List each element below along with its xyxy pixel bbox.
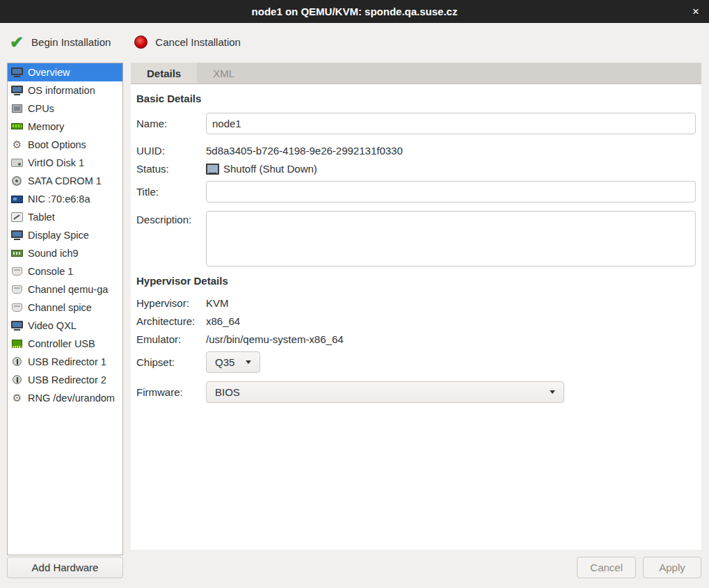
cancel-installation-button[interactable]: Cancel Installation (134, 35, 241, 49)
sidebar-item-nic-70-e6-8a[interactable]: NIC :70:e6:8a (8, 190, 122, 208)
sidebar-item-display-spice[interactable]: Display Spice (8, 226, 122, 244)
shutoff-monitor-icon (206, 163, 219, 175)
hypervisor-row: Hypervisor: KVM (136, 295, 696, 311)
controller-icon (11, 338, 23, 349)
sidebar-item-overview[interactable]: Overview (8, 63, 122, 81)
cancel-button[interactable]: Cancel (577, 557, 636, 578)
usb-icon (11, 356, 23, 367)
sidebar-item-virtio-disk-1[interactable]: VirtIO Disk 1 (8, 154, 122, 172)
uuid-row: UUID: 5d8a3405-b726-4198-9e26-2992131f03… (136, 143, 696, 159)
console-icon (11, 266, 23, 277)
sidebar-item-label: NIC :70:e6:8a (28, 193, 90, 205)
sidebar-item-usb-redirector-2[interactable]: USB Redirector 2 (8, 371, 122, 389)
name-input[interactable] (206, 113, 696, 134)
sidebar-list: Overview OS information CPUs Memory Boot… (7, 63, 123, 555)
sidebar-item-sata-cdrom-1[interactable]: SATA CDROM 1 (8, 172, 122, 190)
close-icon[interactable]: × (692, 0, 699, 23)
cancel-installation-label: Cancel Installation (155, 36, 241, 48)
sidebar-item-label: Tablet (28, 212, 55, 223)
tab-details[interactable]: Details (131, 63, 197, 84)
check-icon: ✔ (10, 34, 24, 51)
right-panel: Details XML Basic Details Name: UUID: 5d… (131, 63, 701, 578)
channel-icon (11, 302, 23, 313)
sidebar-item-label: Display Spice (28, 230, 89, 241)
sidebar-item-label: Console 1 (28, 266, 73, 277)
architecture-value: x86_64 (206, 315, 696, 327)
status-row: Status: Shutoff (Shut Down) (136, 161, 696, 177)
title-row: Title: (136, 181, 696, 202)
sidebar-item-label: USB Redirector 2 (28, 374, 106, 386)
main-area: Overview OS information CPUs Memory Boot… (0, 61, 709, 588)
sidebar-item-label: USB Redirector 1 (28, 356, 106, 367)
titlebar: node1 on QEMU/KVM: sponde.qa.suse.cz × (0, 0, 709, 23)
usb-icon (11, 374, 23, 386)
name-label: Name: (136, 118, 206, 129)
sidebar-item-label: Channel qemu-ga (28, 284, 108, 295)
channel-icon (11, 284, 23, 295)
sidebar-item-label: Controller USB (28, 338, 95, 349)
sidebar-item-label: OS information (28, 85, 95, 96)
description-textarea[interactable] (206, 211, 696, 267)
overview-monitor-icon (11, 67, 23, 78)
sidebar-item-channel-qemu-ga[interactable]: Channel qemu-ga (8, 280, 122, 299)
firmware-select[interactable]: BIOS (206, 381, 564, 403)
description-row: Description: (136, 211, 696, 267)
sidebar-item-os-information[interactable]: OS information (8, 81, 122, 100)
sidebar-item-channel-spice[interactable]: Channel spice (8, 299, 122, 317)
sidebar-item-label: Boot Options (28, 139, 86, 150)
left-panel: Overview OS information CPUs Memory Boot… (7, 63, 123, 578)
sidebar-item-cpus[interactable]: CPUs (8, 100, 122, 118)
cpu-icon (11, 103, 23, 114)
sidebar-item-video-qxl[interactable]: Video QXL (8, 317, 122, 335)
sidebar-item-memory[interactable]: Memory (8, 118, 122, 136)
architecture-row: Architecture: x86_64 (136, 313, 696, 329)
apply-button[interactable]: Apply (643, 557, 701, 578)
sound-icon (11, 248, 23, 259)
basic-details-header: Basic Details (136, 93, 696, 104)
chevron-down-icon (246, 360, 251, 364)
chipset-row: Chipset: Q35 (136, 351, 696, 373)
sidebar-item-label: RNG /dev/urandom (28, 392, 115, 404)
emulator-value: /usr/bin/qemu-system-x86_64 (206, 333, 696, 345)
status-value: Shutoff (Shut Down) (223, 163, 317, 175)
display-monitor-icon (11, 230, 23, 241)
description-label: Description: (136, 211, 206, 225)
chipset-value: Q35 (215, 356, 234, 368)
begin-installation-button[interactable]: ✔ Begin Installation (10, 34, 111, 51)
status-label: Status: (136, 163, 206, 175)
sidebar-item-usb-redirector-1[interactable]: USB Redirector 1 (8, 353, 122, 371)
sidebar-item-boot-options[interactable]: Boot Options (8, 136, 122, 154)
stop-record-icon (134, 35, 148, 49)
tab-xml[interactable]: XML (197, 63, 250, 84)
hypervisor-details-header: Hypervisor Details (136, 275, 696, 287)
add-hardware-button[interactable]: Add Hardware (7, 557, 123, 578)
name-row: Name: (136, 113, 696, 134)
sidebar-item-sound-ich9[interactable]: Sound ich9 (8, 244, 122, 262)
toolbar: ✔ Begin Installation Cancel Installation (0, 23, 709, 61)
rng-gear-icon (11, 392, 23, 404)
hypervisor-value: KVM (206, 297, 696, 309)
title-label: Title: (136, 186, 206, 198)
firmware-row: Firmware: BIOS (136, 381, 696, 403)
firmware-value: BIOS (215, 386, 240, 398)
sidebar-item-controller-usb[interactable]: Controller USB (8, 335, 122, 353)
sidebar-item-tablet[interactable]: Tablet (8, 208, 122, 226)
title-input[interactable] (206, 181, 696, 202)
sidebar-item-console-1[interactable]: Console 1 (8, 262, 122, 280)
window-title: node1 on QEMU/KVM: sponde.qa.suse.cz (252, 6, 458, 17)
sidebar-item-label: CPUs (28, 103, 54, 114)
footer: Cancel Apply (131, 557, 701, 578)
memory-icon (11, 121, 23, 132)
sidebar-item-rng-dev-urandom[interactable]: RNG /dev/urandom (8, 389, 122, 407)
chipset-select[interactable]: Q35 (206, 351, 260, 373)
uuid-label: UUID: (136, 145, 206, 157)
video-monitor-icon (11, 320, 23, 331)
nic-icon (11, 193, 23, 205)
uuid-value: 5d8a3405-b726-4198-9e26-2992131f0330 (206, 145, 696, 157)
sidebar-item-label: VirtIO Disk 1 (28, 157, 84, 168)
cdrom-icon (11, 175, 23, 186)
sidebar-item-label: Overview (28, 67, 70, 78)
hypervisor-label: Hypervisor: (136, 297, 206, 309)
disk-icon (11, 157, 23, 168)
emulator-row: Emulator: /usr/bin/qemu-system-x86_64 (136, 331, 696, 347)
